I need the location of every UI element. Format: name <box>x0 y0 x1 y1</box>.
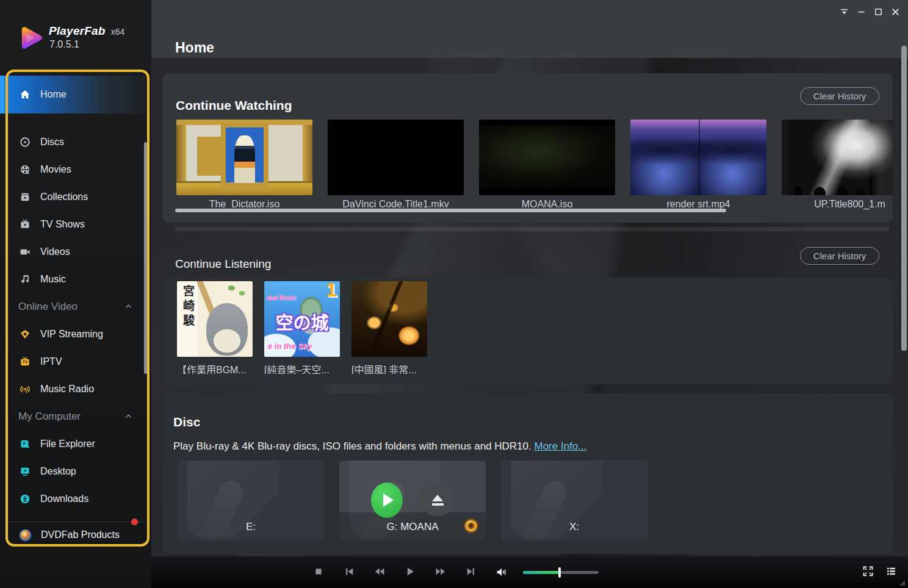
sidebar-item-vip-streaming[interactable]: VIP Streaming <box>0 320 148 348</box>
sidebar-item-label: Music <box>40 274 66 285</box>
sidebar-item-desktop[interactable]: Desktop <box>0 457 148 485</box>
sidebar-item-videos[interactable]: Videos <box>0 238 148 265</box>
sidebar-item-tv-shows[interactable]: TV Shows <box>0 210 148 238</box>
window-button-maximize[interactable] <box>873 7 884 18</box>
maximize-icon <box>873 7 884 19</box>
sidebar-item-music[interactable]: Music <box>0 265 148 293</box>
sidebar-item-dvdfab-products[interactable]: DVDFab Products <box>6 522 146 548</box>
watching-item-up-title800-1-m[interactable]: UP.Title800_1.m <box>782 120 893 211</box>
sidebar-item-downloads[interactable]: Downloads <box>0 485 148 512</box>
transport-button-skip-next[interactable] <box>461 562 481 582</box>
sidebar-item-discs[interactable]: Discs <box>0 128 148 156</box>
vertical-scrollbar[interactable] <box>901 46 907 351</box>
sidebar-item-label: My Computer <box>18 411 81 423</box>
album-label: 【作業用BGM... <box>177 362 253 374</box>
sidebar-item-label: Collections <box>40 192 88 203</box>
volume-thumb[interactable] <box>558 567 561 578</box>
transport-button-stop[interactable] <box>309 562 328 582</box>
sidebar-item-label: Downloads <box>40 493 88 504</box>
album-cover[interactable] <box>351 281 427 357</box>
album-cover[interactable]: 宮崎駿 <box>177 281 253 357</box>
fullscreen-icon <box>862 565 874 579</box>
watching-item-render-srt-mp4[interactable]: render srt.mp4 <box>630 120 766 211</box>
clear-history-watching-button[interactable]: Clear History <box>800 87 879 105</box>
thumbnail-image[interactable] <box>630 120 766 195</box>
sidebar-item-label: Discs <box>40 137 64 148</box>
clear-history-listening-button[interactable]: Clear History <box>800 247 879 265</box>
continue-listening-panel: 宮崎駿 【作業用BGM... ntal Music 空の城 e in the S… <box>163 278 893 384</box>
album-cover[interactable]: ntal Music 空の城 e in the Sky 1 <box>264 281 340 357</box>
play-disc-button[interactable] <box>371 482 403 518</box>
sidebar-item-label: VIP Streaming <box>40 329 103 340</box>
watching-scrollbar-thumb[interactable] <box>175 209 726 212</box>
thumbnail-image[interactable] <box>328 120 464 195</box>
resize-grip[interactable] <box>898 579 906 587</box>
more-info-link[interactable]: More Info... <box>534 440 586 452</box>
desktop-icon <box>18 465 32 478</box>
eject-button[interactable] <box>421 484 454 517</box>
drive-card-x[interactable]: X: <box>501 461 647 540</box>
drive-card-e[interactable]: E: <box>178 461 324 540</box>
file-explorer-icon <box>18 437 32 451</box>
sidebar-item-movies[interactable]: Movies <box>0 156 148 183</box>
stop-icon <box>312 565 325 579</box>
thumbnail-label: UP.Title800_1.m <box>782 199 893 211</box>
fullscreen-button[interactable] <box>858 562 877 582</box>
sidebar-item-collections[interactable]: Collections <box>0 183 148 210</box>
drive-label: E: <box>178 521 324 533</box>
sidebar: PlayerFabx64 7.0.5.1 Home Discs Movies <box>0 0 151 588</box>
cover-art-text: e in the Sky <box>268 342 312 351</box>
playerfab-window: PlayerFabx64 7.0.5.1 Home Discs Movies <box>0 0 908 588</box>
chevron-up-icon[interactable] <box>124 302 133 311</box>
horizontal-scrollbar-track[interactable] <box>175 227 889 231</box>
chevron-up-icon[interactable] <box>124 412 133 421</box>
sidebar-item-online-video[interactable]: Online Video <box>0 293 148 320</box>
window-button-close[interactable] <box>890 7 901 18</box>
transport-button-fast-forward[interactable] <box>431 562 450 582</box>
sidebar-item-file-explorer[interactable]: File Explorer <box>0 430 148 457</box>
transport-button-play[interactable] <box>400 562 420 582</box>
listening-item[interactable]: ntal Music 空の城 e in the Sky 1 [純音樂–天空... <box>264 281 340 374</box>
close-icon <box>890 7 901 19</box>
watching-item-the-dictator-iso[interactable]: The_Dictator.iso <box>176 120 312 211</box>
thumbnail-image[interactable] <box>479 120 615 195</box>
listening-item-bgm[interactable]: 宮崎駿 【作業用BGM... <box>177 281 253 374</box>
collections-icon <box>18 190 32 204</box>
drive-card-g-moana[interactable]: G: MOANA <box>339 461 486 540</box>
continue-listening-title: Continue Listening <box>175 257 271 271</box>
continue-watching-list: The_Dictator.iso DaVinci Code.Title1.mkv… <box>176 120 893 211</box>
volume-icon[interactable] <box>492 562 511 582</box>
continue-watching-title: Continue Watching <box>176 98 292 113</box>
window-controls <box>838 7 901 18</box>
notification-dot <box>131 518 138 525</box>
sidebar-item-home[interactable]: Home <box>0 76 148 113</box>
svg-text:TV: TV <box>23 360 28 364</box>
window-button-menu[interactable] <box>838 7 849 18</box>
window-button-minimize[interactable] <box>856 7 867 18</box>
continue-listening-list: 宮崎駿 【作業用BGM... ntal Music 空の城 e in the S… <box>177 281 427 374</box>
play-icon <box>404 565 416 579</box>
sidebar-item-iptv[interactable]: TV IPTV <box>0 348 148 375</box>
thumbnail-image[interactable] <box>782 120 893 195</box>
drive-actions <box>371 482 454 518</box>
volume-fill <box>523 571 560 574</box>
sidebar-item-my-computer[interactable]: My Computer <box>0 403 148 430</box>
sidebar-item-label: TV Shows <box>40 219 85 230</box>
eject-icon <box>432 495 443 501</box>
watching-item-moana-iso[interactable]: MOANA.iso <box>479 120 615 211</box>
sidebar-item-label: Music Radio <box>40 384 94 395</box>
drive-list: E: G: MOANA X: <box>178 461 647 540</box>
cover-art-text: 1 <box>326 281 337 301</box>
disc-title: Disc <box>173 415 200 429</box>
listening-item[interactable]: [中國風] 非常... <box>351 281 427 374</box>
transport-button-skip-previous[interactable] <box>339 562 359 582</box>
disc-panel: Disc Play Blu-ray & 4K Blu-ray discs, IS… <box>163 393 893 554</box>
transport-button-rewind[interactable] <box>370 562 389 582</box>
sidebar-scrollbar[interactable] <box>144 142 147 374</box>
watching-item-davinci-code-title1-mkv[interactable]: DaVinci Code.Title1.mkv <box>328 120 464 211</box>
volume-slider[interactable] <box>523 571 599 574</box>
sidebar-item-label: Videos <box>40 246 70 257</box>
thumbnail-image[interactable] <box>176 120 312 195</box>
cover-art-text: 宮崎駿 <box>179 285 196 329</box>
sidebar-item-music-radio[interactable]: Music Radio <box>0 375 148 403</box>
